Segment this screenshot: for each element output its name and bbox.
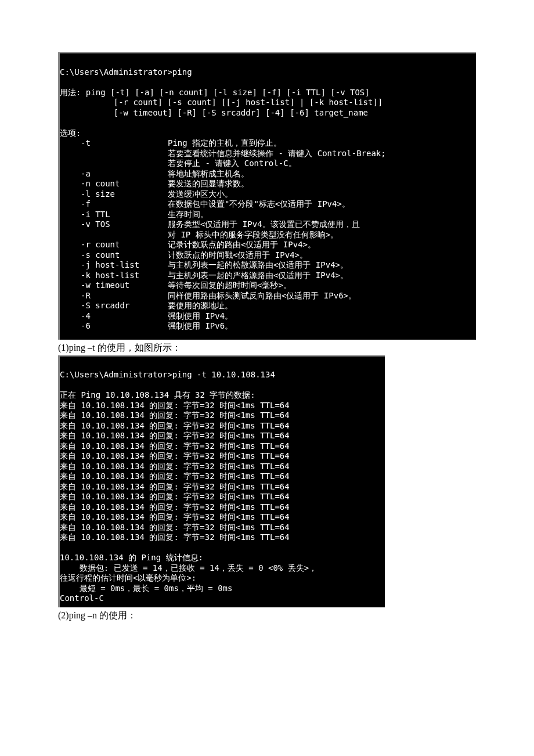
caption-ping-n: (2)ping –n 的使用： (58, 610, 476, 622)
terminal-ping-usage: C:\Users\Administrator>ping 用法: ping [-t… (58, 52, 476, 340)
stats-title: 10.10.108.134 的 Ping 统计信息: (60, 553, 203, 562)
option-flag: -w timeout (60, 280, 168, 291)
option-flag: -6 (60, 321, 168, 332)
option-row: -r count记录计数跃点的路由<仅适用于 IPv4>。 (60, 240, 476, 250)
ping-reply-line: 来自 10.10.108.134 的回复: 字节=32 时间<1ms TTL=6… (60, 492, 290, 501)
option-row: -f在数据包中设置"不分段"标志<仅适用于 IPv4>。 (60, 199, 476, 210)
ping-header: 正在 Ping 10.10.108.134 具有 32 字节的数据: (60, 390, 255, 399)
option-desc: Ping 指定的主机，直到停止。 (168, 138, 282, 149)
option-row: -k host-list与主机列表一起的严格源路由<仅适用于 IPv4>。 (60, 271, 476, 281)
option-desc: 对 IP 标头中的服务字段类型没有任何影响>。 (168, 230, 338, 240)
option-desc: 若要停止 - 请键入 Control-C。 (168, 159, 297, 169)
options-list: -tPing 指定的主机，直到停止。若要查看统计信息并继续操作 - 请键入 Co… (60, 138, 476, 332)
option-row: -6强制使用 IPv6。 (60, 321, 476, 332)
option-row: -v TOS服务类型<仅适用于 IPv4。该设置已不赞成使用，且 (60, 219, 476, 230)
option-flag: -R (60, 291, 168, 301)
option-flag: -a (60, 169, 168, 179)
option-flag: -4 (60, 311, 168, 322)
option-desc: 等待每次回复的超时时间<毫秒>。 (168, 280, 291, 291)
option-desc: 服务类型<仅适用于 IPv4。该设置已不赞成使用，且 (168, 219, 360, 230)
ping-reply-line: 来自 10.10.108.134 的回复: 字节=32 时间<1ms TTL=6… (60, 441, 290, 451)
option-desc: 在数据包中设置"不分段"标志<仅适用于 IPv4>。 (168, 199, 350, 210)
ping-reply-line: 来自 10.10.108.134 的回复: 字节=32 时间<1ms TTL=6… (60, 401, 290, 410)
ping-reply-line: 来自 10.10.108.134 的回复: 字节=32 时间<1ms TTL=6… (60, 431, 290, 440)
option-row: -i TTL生存时间。 (60, 210, 476, 220)
usage-line2: [-r count] [-s count] [[-j host-list] | … (60, 98, 383, 107)
usage-line3: [-w timeout] [-R] [-S srcaddr] [-4] [-6]… (60, 108, 368, 117)
option-row: -R同样使用路由标头测试反向路由<仅适用于 IPv6>。 (60, 291, 476, 301)
control-c: Control-C (60, 593, 104, 603)
ping-reply-line: 来自 10.10.108.134 的回复: 字节=32 时间<1ms TTL=6… (60, 451, 290, 460)
ping-reply-line: 来自 10.10.108.134 的回复: 字节=32 时间<1ms TTL=6… (60, 471, 290, 481)
option-flag: -t (60, 138, 168, 149)
option-row: -S srcaddr要使用的源地址。 (60, 301, 476, 311)
option-flag (60, 230, 168, 240)
option-row: 对 IP 标头中的服务字段类型没有任何影响>。 (60, 230, 476, 240)
option-desc: 计数跃点的时间戳<仅适用于 IPv4>。 (168, 250, 308, 261)
option-desc: 与主机列表一起的严格源路由<仅适用于 IPv4>。 (168, 271, 348, 281)
usage-line1: 用法: ping [-t] [-a] [-n count] [-l size] … (60, 88, 370, 97)
options-label: 选项: (60, 128, 81, 138)
option-flag: -k host-list (60, 271, 168, 281)
option-row: -tPing 指定的主机，直到停止。 (60, 138, 476, 149)
option-flag: -v TOS (60, 219, 168, 230)
option-desc: 将地址解析成主机名。 (168, 169, 249, 179)
terminal-ping-t: C:\Users\Administrator>ping -t 10.10.108… (58, 355, 385, 607)
caption-ping-t: (1)ping –t 的使用，如图所示： (58, 342, 476, 354)
prompt-line: C:\Users\Administrator>ping (60, 67, 192, 77)
stats-line3: 最短 = 0ms，最长 = 0ms，平均 = 0ms (60, 584, 232, 593)
option-row: -a将地址解析成主机名。 (60, 169, 476, 179)
option-row: -4强制使用 IPv4。 (60, 311, 476, 322)
option-flag: -l size (60, 189, 168, 200)
option-row: -w timeout等待每次回复的超时时间<毫秒>。 (60, 280, 476, 291)
option-row: 若要查看统计信息并继续操作 - 请键入 Control-Break; (60, 149, 476, 159)
option-desc: 同样使用路由标头测试反向路由<仅适用于 IPv6>。 (168, 291, 356, 301)
ping-reply-line: 来自 10.10.108.134 的回复: 字节=32 时间<1ms TTL=6… (60, 512, 290, 521)
option-flag: -n count (60, 179, 168, 189)
ping-reply-line: 来自 10.10.108.134 的回复: 字节=32 时间<1ms TTL=6… (60, 532, 290, 542)
ping-replies: 来自 10.10.108.134 的回复: 字节=32 时间<1ms TTL=6… (60, 401, 385, 543)
option-desc: 要使用的源地址。 (168, 301, 233, 311)
option-flag: -S srcaddr (60, 301, 168, 311)
ping-reply-line: 来自 10.10.108.134 的回复: 字节=32 时间<1ms TTL=6… (60, 411, 290, 420)
stats-line1: 数据包: 已发送 = 14，已接收 = 14，丢失 = 0 <0% 丢失>， (60, 563, 317, 573)
option-desc: 生存时间。 (168, 210, 208, 220)
option-desc: 强制使用 IPv4。 (168, 311, 233, 322)
option-flag: -i TTL (60, 210, 168, 220)
option-flag: -s count (60, 250, 168, 261)
ping-reply-line: 来自 10.10.108.134 的回复: 字节=32 时间<1ms TTL=6… (60, 421, 290, 430)
option-row: 若要停止 - 请键入 Control-C。 (60, 159, 476, 169)
option-flag: -r count (60, 240, 168, 250)
option-flag: -j host-list (60, 260, 168, 271)
option-desc: 要发送的回显请求数。 (168, 179, 249, 189)
option-desc: 强制使用 IPv6。 (168, 321, 233, 332)
ping-reply-line: 来自 10.10.108.134 的回复: 字节=32 时间<1ms TTL=6… (60, 482, 290, 491)
option-row: -j host-list与主机列表一起的松散源路由<仅适用于 IPv4>。 (60, 260, 476, 271)
option-desc: 发送缓冲区大小。 (168, 189, 233, 200)
option-desc: 若要查看统计信息并继续操作 - 请键入 Control-Break; (168, 149, 386, 159)
option-row: -s count计数跃点的时间戳<仅适用于 IPv4>。 (60, 250, 476, 261)
option-row: -l size发送缓冲区大小。 (60, 189, 476, 200)
prompt-line: C:\Users\Administrator>ping -t 10.10.108… (60, 370, 275, 379)
option-flag (60, 159, 168, 169)
ping-reply-line: 来自 10.10.108.134 的回复: 字节=32 时间<1ms TTL=6… (60, 462, 290, 471)
stats-line2: 往返行程的估计时间<以毫秒为单位>: (60, 573, 196, 582)
option-desc: 记录计数跃点的路由<仅适用于 IPv4>。 (168, 240, 316, 250)
option-row: -n count要发送的回显请求数。 (60, 179, 476, 189)
ping-reply-line: 来自 10.10.108.134 的回复: 字节=32 时间<1ms TTL=6… (60, 523, 290, 532)
option-flag: -f (60, 199, 168, 210)
option-flag (60, 149, 168, 159)
option-desc: 与主机列表一起的松散源路由<仅适用于 IPv4>。 (168, 260, 348, 271)
ping-reply-line: 来自 10.10.108.134 的回复: 字节=32 时间<1ms TTL=6… (60, 502, 290, 512)
